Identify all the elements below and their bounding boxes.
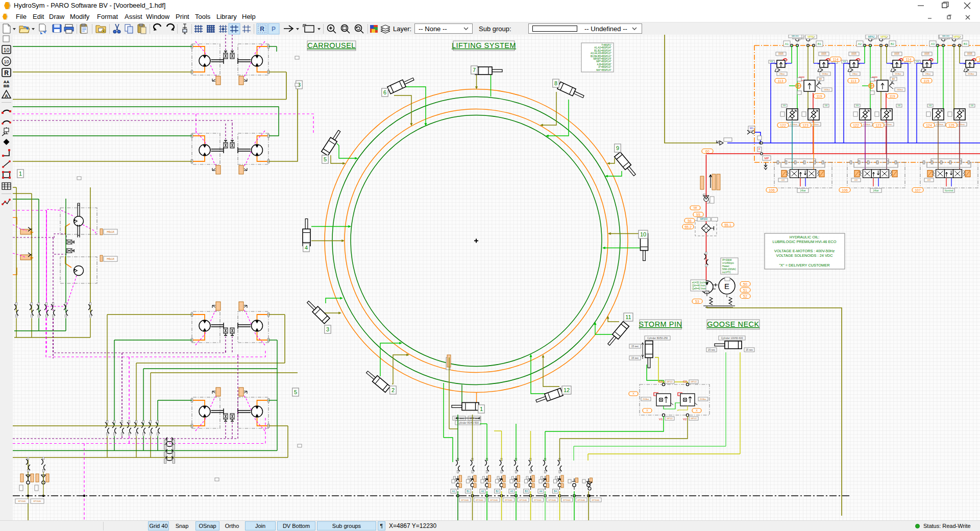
svg-text:C2: C2 — [683, 380, 687, 383]
svg-text:LIFTING SYSTEM: LIFTING SYSTEM — [452, 41, 516, 50]
svg-text:10: 10 — [3, 47, 9, 53]
svg-text:KB: KB — [856, 104, 859, 107]
svg-text:GP1/2: GP1/2 — [691, 380, 697, 383]
svg-text:123: 123 — [875, 124, 881, 127]
svg-text:1: 1 — [19, 171, 22, 177]
svg-text:0.9l/min: 0.9l/min — [885, 123, 892, 126]
svg-text:A3: A3 — [931, 42, 935, 45]
svg-text:51: 51 — [743, 288, 747, 292]
svg-text:50W-230VAC: 50W-230VAC — [722, 268, 737, 271]
svg-text:200bar: 200bar — [643, 398, 650, 400]
svg-text:GP1/2: GP1/2 — [667, 417, 673, 420]
svg-text:125: 125 — [948, 124, 954, 127]
svg-text:10: 10 — [640, 231, 646, 237]
svg-text:B1,B2=BSP3/4": B1,B2=BSP3/4" — [594, 50, 611, 52]
svg-text:MP: MP — [765, 157, 769, 160]
svg-text:Cylinder 100/60-600: Cylinder 100/60-600 — [721, 337, 743, 340]
svg-text:M1: M1 — [750, 127, 754, 130]
svg-text:58: 58 — [694, 206, 697, 209]
svg-text:B2: B2 — [891, 42, 895, 45]
svg-text:GP1/2: GP1/2 — [667, 380, 673, 383]
svg-text:0005: 0005 — [894, 53, 900, 55]
svg-text:3: 3 — [326, 326, 329, 332]
svg-text:0005: 0005 — [821, 53, 827, 55]
svg-text:MP*=BSP1/4": MP*=BSP1/4" — [596, 60, 611, 63]
svg-text:R: R — [260, 26, 264, 33]
svg-text:55.1: 55.1 — [724, 223, 731, 227]
svg-text:6: 6 — [383, 89, 386, 95]
svg-text:8: 8 — [554, 80, 557, 86]
svg-text:MPA2: MPA2 — [868, 35, 874, 38]
svg-text:B3: B3 — [525, 490, 528, 493]
svg-text:160bar: 160bar — [895, 73, 902, 75]
svg-text:7: 7 — [473, 67, 476, 73]
svg-text:14bar: 14bar — [800, 189, 806, 192]
svg-text:STORM PIN: STORM PIN — [639, 320, 682, 328]
svg-text:5: 5 — [324, 156, 327, 162]
svg-text:24V: 24V — [854, 179, 857, 181]
svg-text:10: 10 — [4, 59, 9, 64]
svg-text:"X" = DELIVERY CUSTOMER: "X" = DELIVERY CUSTOMER — [779, 263, 829, 268]
svg-text:A*=BSP1/2": A*=BSP1/2" — [598, 66, 611, 68]
svg-text:0005: 0005 — [778, 53, 784, 55]
svg-text:R: R — [4, 69, 9, 77]
svg-text:KB: KB — [770, 60, 773, 63]
svg-text:24V: 24V — [781, 179, 785, 181]
svg-text:160bar: 160bar — [822, 73, 829, 75]
svg-text:KB: KB — [929, 104, 932, 107]
svg-text:A2: A2 — [481, 490, 484, 493]
svg-text:HYDRAULIC OIL:: HYDRAULIC OIL: — [790, 235, 820, 239]
svg-text:106: 106 — [842, 188, 848, 192]
svg-text:KP2040: KP2040 — [534, 499, 542, 501]
svg-text:BB: BB — [4, 84, 10, 88]
svg-text:E: E — [724, 282, 729, 291]
svg-text:15 sec: 15 sec — [746, 348, 753, 351]
svg-text:B1: B1 — [467, 490, 470, 493]
svg-text:113: 113 — [850, 79, 856, 83]
svg-text:KP2040: KP2040 — [520, 499, 528, 501]
svg-text:107: 107 — [915, 188, 921, 192]
svg-text:B2: B2 — [496, 490, 499, 493]
svg-text:H6x14: H6x14 — [107, 230, 114, 233]
svg-text:52: 52 — [743, 295, 747, 298]
svg-text:C1: C1 — [659, 380, 663, 383]
svg-text:122: 122 — [780, 124, 786, 127]
svg-text:55: 55 — [696, 213, 700, 216]
svg-text:KP2040: KP2040 — [34, 500, 42, 502]
svg-text:B3,B4,B5=BSP1/2": B3,B4,B5=BSP1/2" — [591, 55, 611, 58]
svg-text:KP2040: KP2040 — [592, 499, 600, 501]
svg-text:KP2040: KP2040 — [476, 499, 484, 501]
svg-text:KP2040: KP2040 — [549, 499, 557, 501]
svg-text:KB: KB — [916, 60, 919, 63]
svg-text:MP200: MP200 — [700, 218, 708, 221]
svg-text:0005: 0005 — [967, 53, 973, 55]
svg-text:Nominal: Nominal — [945, 189, 953, 192]
svg-text:15 sec: 15 sec — [708, 348, 716, 351]
svg-text:124: 124 — [926, 124, 932, 127]
svg-text:B3: B3 — [964, 42, 968, 45]
svg-text:114: 114 — [832, 58, 838, 61]
svg-text:122: 122 — [853, 124, 859, 127]
svg-text:11: 11 — [625, 314, 631, 320]
svg-text:Cylinder 80/40-500: Cylinder 80/40-500 — [457, 421, 479, 424]
svg-text:B1: B1 — [818, 42, 822, 45]
svg-text:IP=30kW: IP=30kW — [722, 259, 732, 261]
svg-text:20bar: 20bar — [779, 73, 785, 75]
svg-text:56: 56 — [688, 219, 692, 223]
svg-text:MECH1: MECH1 — [792, 35, 799, 37]
svg-text:Cylinder 80/50-250: Cylinder 80/50-250 — [647, 337, 668, 340]
svg-text:KP2040: KP2040 — [461, 499, 470, 501]
svg-text:24V: 24V — [927, 179, 930, 181]
svg-text:60: 60 — [705, 150, 709, 153]
svg-text:A3,A4,A5=BSP1/2": A3,A4,A5=BSP1/2" — [591, 52, 611, 55]
svg-text:0.9l/min: 0.9l/min — [790, 123, 797, 126]
svg-text:15 sec: 15 sec — [631, 345, 639, 348]
svg-text:CARROUSEL: CARROUSEL — [307, 41, 356, 50]
svg-text:n=1450rpm: n=1450rpm — [722, 262, 734, 264]
svg-text:GOOSE NECK: GOOSE NECK — [707, 320, 760, 328]
svg-text:AB: AB — [819, 78, 822, 80]
svg-text:KB: KB — [783, 104, 786, 107]
svg-text:Qth=46 l/min: Qth=46 l/min — [692, 284, 705, 287]
svg-text:4: 4 — [305, 245, 308, 251]
svg-text:incl.PTC: incl.PTC — [722, 271, 731, 274]
